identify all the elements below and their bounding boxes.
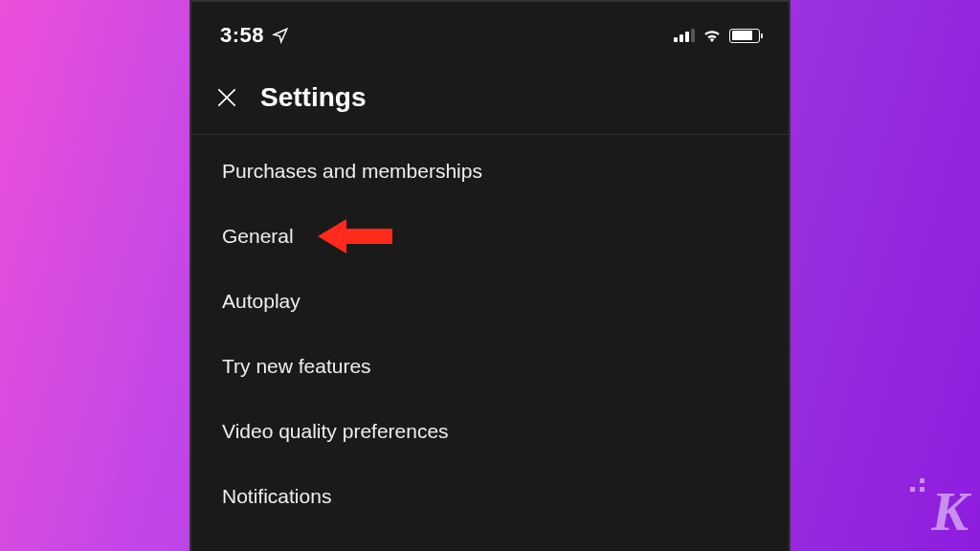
settings-item-general[interactable]: General — [191, 204, 789, 269]
settings-item-video-quality[interactable]: Video quality preferences — [191, 399, 789, 464]
cellular-signal-icon — [674, 29, 695, 42]
status-left: 3:58 — [220, 23, 289, 48]
status-bar: 3:58 — [191, 2, 789, 65]
settings-list: Purchases and memberships General Autopl… — [191, 135, 789, 533]
list-item-label: Video quality preferences — [222, 420, 449, 442]
list-item-label: Purchases and memberships — [222, 160, 482, 182]
list-item-label: General — [222, 225, 294, 247]
wifi-icon — [702, 29, 722, 42]
watermark-logo: K — [931, 479, 969, 543]
battery-icon — [729, 29, 760, 43]
status-right — [674, 29, 760, 43]
settings-item-try-new-features[interactable]: Try new features — [191, 334, 789, 399]
list-item-label: Autoplay — [222, 290, 301, 312]
settings-item-purchases[interactable]: Purchases and memberships — [191, 139, 789, 204]
location-arrow-icon — [272, 27, 289, 44]
status-time: 3:58 — [220, 23, 264, 48]
page-title: Settings — [260, 82, 366, 113]
phone-frame: 3:58 Settings Purchases and memberships — [189, 0, 791, 551]
settings-item-autoplay[interactable]: Autoplay — [191, 269, 789, 334]
watermark-dots-icon — [910, 478, 924, 492]
list-item-label: Try new features — [222, 355, 371, 377]
list-item-label: Notifications — [222, 485, 331, 507]
close-icon[interactable] — [214, 85, 239, 110]
settings-header: Settings — [191, 65, 789, 135]
settings-item-notifications[interactable]: Notifications — [191, 464, 789, 529]
